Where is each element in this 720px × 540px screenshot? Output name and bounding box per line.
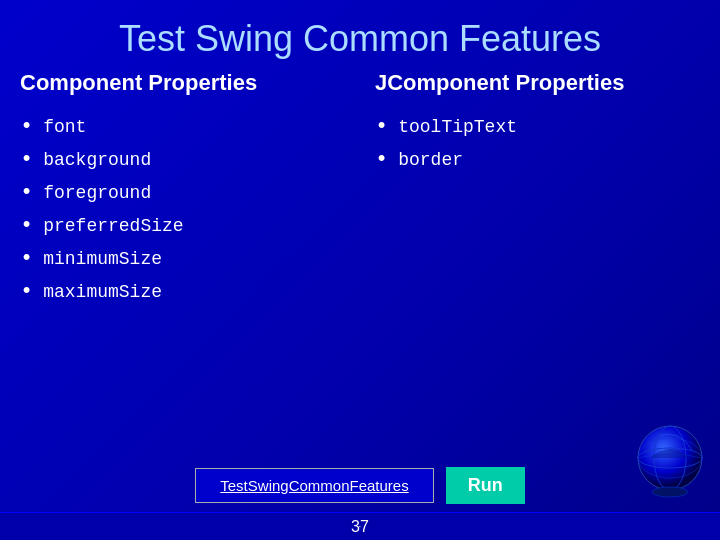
slide: Test Swing Common Features Component Pro… [0,0,720,540]
left-heading: Component Properties [20,70,345,96]
list-item: font [20,114,345,139]
content-area: Component Properties font background for… [0,70,720,455]
footer-bar: · 37 [0,512,720,540]
run-button[interactable]: Run [446,467,525,504]
dot-decoration: · [359,521,362,532]
component-properties-list: font background foreground preferredSize… [20,114,345,304]
left-column: Component Properties font background for… [20,70,365,455]
list-item: minimumSize [20,246,345,271]
right-heading: JComponent Properties [375,70,700,96]
list-item: foreground [20,180,345,205]
list-item: preferredSize [20,213,345,238]
bottom-area: TestSwingCommonFeatures Run [0,455,720,512]
right-column: JComponent Properties toolTipText border [365,70,700,455]
list-item: maximumSize [20,279,345,304]
slide-title: Test Swing Common Features [0,0,720,70]
list-item: border [375,147,700,172]
class-name-button[interactable]: TestSwingCommonFeatures [195,468,433,503]
list-item: toolTipText [375,114,700,139]
jcomponent-properties-list: toolTipText border [375,114,700,172]
list-item: background [20,147,345,172]
